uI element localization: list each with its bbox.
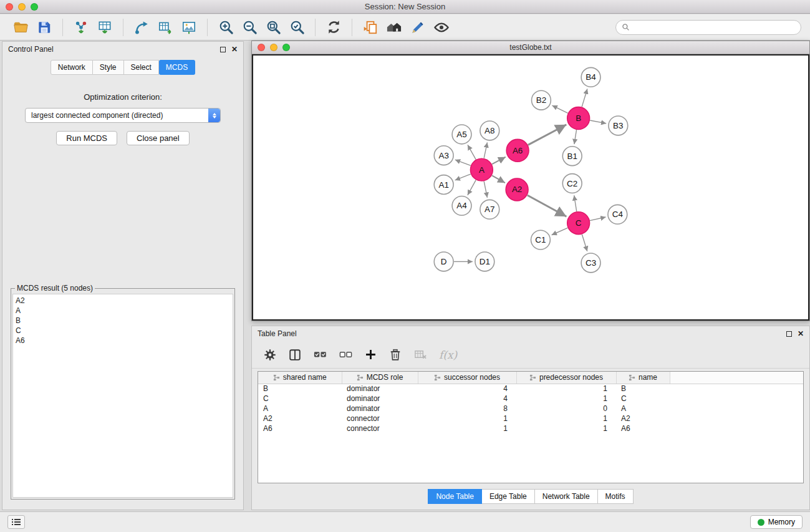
cell-successor[interactable]: 1 bbox=[418, 423, 516, 433]
deselect-all-button[interactable] bbox=[339, 347, 353, 362]
style-edit-button[interactable] bbox=[406, 16, 430, 39]
export-image-button[interactable] bbox=[177, 16, 201, 39]
zoom-selected-button[interactable] bbox=[285, 16, 309, 39]
import-table-button[interactable] bbox=[93, 16, 117, 39]
graph-edge-A-A1[interactable] bbox=[455, 174, 471, 180]
zoom-fit-button[interactable] bbox=[261, 16, 285, 39]
graph-edge-A6-B[interactable] bbox=[528, 125, 567, 145]
tab-edge-table[interactable]: Edge Table bbox=[482, 489, 535, 504]
graph-edge-C-C4[interactable] bbox=[590, 217, 605, 221]
graph-edge-B-B2[interactable] bbox=[552, 105, 567, 113]
column-header-predecessor-nodes[interactable]: predecessor nodes bbox=[516, 372, 616, 384]
cell-mcds-role[interactable]: dominator bbox=[342, 404, 418, 414]
cell-predecessor[interactable]: 1 bbox=[516, 414, 616, 423]
zoom-out-button[interactable] bbox=[238, 16, 261, 39]
graph-edge-C-C2[interactable] bbox=[574, 195, 577, 211]
cell-shared-name[interactable]: C bbox=[258, 394, 342, 404]
table-row[interactable]: A2 connector 1 1 A2 bbox=[258, 414, 803, 423]
close-window-button[interactable] bbox=[6, 3, 13, 11]
cell-mcds-role[interactable]: dominator bbox=[342, 394, 418, 404]
cell-shared-name[interactable]: B bbox=[258, 384, 342, 394]
network-window-titlebar[interactable]: testGlobe.txt bbox=[252, 41, 809, 54]
cell-successor[interactable]: 1 bbox=[418, 414, 516, 423]
graph-edge-C-C3[interactable] bbox=[582, 235, 587, 251]
table-row[interactable]: A6 connector 1 1 A6 bbox=[258, 423, 803, 433]
cell-predecessor[interactable]: 1 bbox=[516, 384, 616, 394]
tab-motifs[interactable]: Motifs bbox=[598, 489, 634, 504]
cell-predecessor[interactable]: 0 bbox=[516, 404, 616, 414]
tab-network-table[interactable]: Network Table bbox=[535, 489, 598, 504]
close-panel-button[interactable]: Close panel bbox=[127, 131, 190, 145]
show-graphics-details-button[interactable] bbox=[430, 16, 453, 39]
result-item[interactable]: A6 bbox=[16, 336, 230, 346]
export-network-button[interactable] bbox=[130, 16, 153, 39]
graph-edge-B-B3[interactable] bbox=[590, 120, 606, 123]
zoom-in-button[interactable] bbox=[214, 16, 238, 39]
result-item[interactable]: C bbox=[16, 326, 230, 336]
delete-column-button[interactable] bbox=[388, 348, 402, 362]
close-table-panel-icon[interactable]: ✕ bbox=[798, 331, 804, 337]
close-panel-icon[interactable]: ✕ bbox=[231, 46, 238, 52]
network-zoom-button[interactable] bbox=[282, 44, 290, 51]
add-column-button[interactable] bbox=[364, 348, 377, 361]
search-input[interactable] bbox=[633, 23, 795, 32]
cell-successor[interactable]: 4 bbox=[418, 394, 516, 404]
graph-edge-C-C1[interactable] bbox=[552, 228, 568, 235]
cell-name[interactable]: C bbox=[616, 394, 670, 404]
graph-edge-A-A8[interactable] bbox=[484, 142, 487, 158]
result-item[interactable]: A2 bbox=[16, 296, 230, 306]
network-close-button[interactable] bbox=[258, 44, 265, 51]
cell-successor[interactable]: 4 bbox=[418, 384, 516, 394]
memory-button[interactable]: Memory bbox=[750, 515, 803, 529]
cell-shared-name[interactable]: A2 bbox=[258, 414, 342, 423]
network-canvas[interactable]: B4B2BB3A8A5A6A3B1AC2A1A2A4A7C4CC1DD1C3 bbox=[252, 54, 809, 321]
table-row[interactable]: B dominator 4 1 B bbox=[258, 384, 803, 394]
task-history-button[interactable] bbox=[7, 515, 25, 529]
cell-name[interactable]: A6 bbox=[616, 423, 670, 433]
table-settings-button[interactable] bbox=[263, 348, 277, 362]
tab-select[interactable]: Select bbox=[124, 60, 159, 75]
column-header-successor-nodes[interactable]: successor nodes bbox=[418, 372, 516, 384]
refresh-button[interactable] bbox=[322, 16, 345, 39]
column-header-name[interactable]: name bbox=[616, 372, 670, 384]
cell-name[interactable]: A2 bbox=[616, 414, 670, 423]
column-header-mcds-role[interactable]: MCDS role bbox=[342, 372, 418, 384]
graph-edge-A-A7[interactable] bbox=[484, 181, 487, 198]
optimization-criterion-dropdown[interactable]: largest connected component (directed) bbox=[25, 108, 221, 123]
search-box[interactable] bbox=[615, 20, 801, 35]
graph-edge-A-A3[interactable] bbox=[455, 160, 471, 165]
result-item[interactable]: B bbox=[16, 316, 230, 326]
tab-style[interactable]: Style bbox=[93, 60, 124, 75]
cell-shared-name[interactable]: A6 bbox=[258, 423, 342, 433]
table-row[interactable]: A dominator 8 0 A bbox=[258, 404, 803, 414]
save-session-button[interactable] bbox=[32, 16, 56, 39]
run-mcds-button[interactable]: Run MCDS bbox=[56, 131, 117, 145]
network-graph[interactable]: B4B2BB3A8A5A6A3B1AC2A1A2A4A7C4CC1DD1C3 bbox=[253, 56, 808, 319]
cell-name[interactable]: B bbox=[616, 384, 670, 394]
cell-predecessor[interactable]: 1 bbox=[516, 394, 616, 404]
table-row[interactable]: C dominator 4 1 C bbox=[258, 394, 803, 404]
cell-shared-name[interactable]: A bbox=[258, 404, 342, 414]
tab-node-table[interactable]: Node Table bbox=[428, 489, 482, 504]
delete-table-button[interactable] bbox=[413, 347, 428, 362]
duplicate-network-button[interactable] bbox=[359, 16, 382, 39]
function-builder-button[interactable]: f(x) bbox=[439, 349, 457, 361]
graph-edge-A-A6[interactable] bbox=[492, 157, 506, 165]
cell-name[interactable]: A bbox=[616, 404, 670, 414]
float-table-panel-icon[interactable] bbox=[786, 331, 792, 337]
graph-edge-A-A5[interactable] bbox=[468, 145, 476, 159]
select-all-button[interactable] bbox=[313, 347, 327, 362]
float-panel-icon[interactable] bbox=[220, 47, 226, 52]
cell-mcds-role[interactable]: connector bbox=[342, 414, 418, 423]
graph-edge-B-B4[interactable] bbox=[582, 89, 587, 107]
open-file-button[interactable] bbox=[9, 16, 32, 39]
import-network-button[interactable] bbox=[69, 16, 93, 39]
zoom-window-button[interactable] bbox=[31, 3, 38, 11]
column-header-shared-name[interactable]: shared name bbox=[258, 372, 342, 384]
cell-predecessor[interactable]: 1 bbox=[516, 423, 616, 433]
graph-edge-A2-C[interactable] bbox=[528, 195, 567, 216]
cell-mcds-role[interactable]: dominator bbox=[342, 384, 418, 394]
export-table-button[interactable] bbox=[153, 16, 177, 39]
graph-edge-A-A4[interactable] bbox=[468, 180, 476, 195]
show-columns-button[interactable] bbox=[288, 348, 302, 362]
